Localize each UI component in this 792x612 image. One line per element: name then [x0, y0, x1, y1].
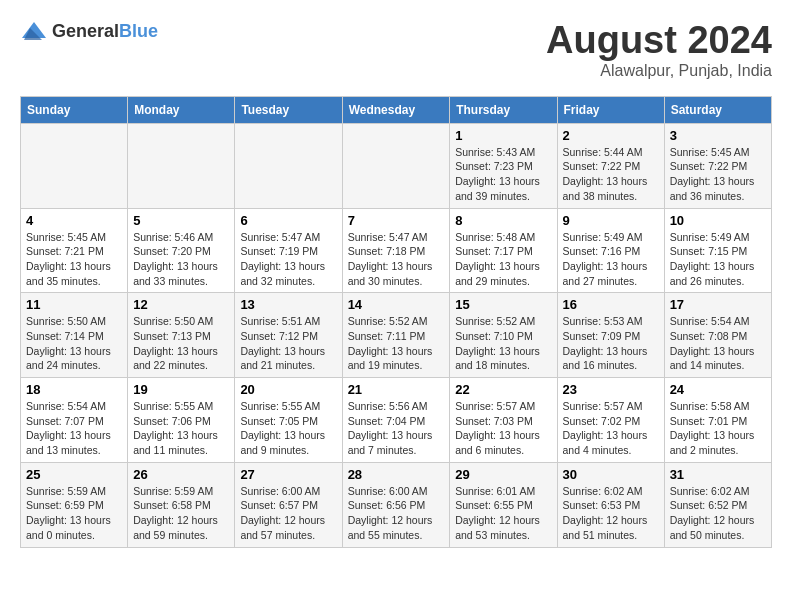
- day-number: 10: [670, 213, 766, 228]
- calendar-week-1: 1Sunrise: 5:43 AM Sunset: 7:23 PM Daylig…: [21, 123, 772, 208]
- day-info: Sunrise: 5:54 AM Sunset: 7:07 PM Dayligh…: [26, 399, 122, 458]
- day-number: 11: [26, 297, 122, 312]
- logo-icon: [20, 20, 48, 42]
- day-number: 6: [240, 213, 336, 228]
- weekday-header-friday: Friday: [557, 96, 664, 123]
- location-subtitle: Alawalpur, Punjab, India: [546, 62, 772, 80]
- day-number: 3: [670, 128, 766, 143]
- calendar-cell: [21, 123, 128, 208]
- day-info: Sunrise: 5:51 AM Sunset: 7:12 PM Dayligh…: [240, 314, 336, 373]
- weekday-header-wednesday: Wednesday: [342, 96, 450, 123]
- weekday-header-monday: Monday: [128, 96, 235, 123]
- day-info: Sunrise: 5:45 AM Sunset: 7:22 PM Dayligh…: [670, 145, 766, 204]
- day-number: 13: [240, 297, 336, 312]
- day-number: 28: [348, 467, 445, 482]
- day-info: Sunrise: 5:55 AM Sunset: 7:06 PM Dayligh…: [133, 399, 229, 458]
- day-number: 5: [133, 213, 229, 228]
- weekday-header-saturday: Saturday: [664, 96, 771, 123]
- logo-text-general: General: [52, 21, 119, 41]
- day-number: 25: [26, 467, 122, 482]
- day-info: Sunrise: 5:48 AM Sunset: 7:17 PM Dayligh…: [455, 230, 551, 289]
- calendar-cell: 12Sunrise: 5:50 AM Sunset: 7:13 PM Dayli…: [128, 293, 235, 378]
- calendar-cell: 16Sunrise: 5:53 AM Sunset: 7:09 PM Dayli…: [557, 293, 664, 378]
- day-number: 8: [455, 213, 551, 228]
- day-info: Sunrise: 6:00 AM Sunset: 6:57 PM Dayligh…: [240, 484, 336, 543]
- calendar-cell: 1Sunrise: 5:43 AM Sunset: 7:23 PM Daylig…: [450, 123, 557, 208]
- calendar-week-4: 18Sunrise: 5:54 AM Sunset: 7:07 PM Dayli…: [21, 378, 772, 463]
- day-number: 31: [670, 467, 766, 482]
- title-block: August 2024 Alawalpur, Punjab, India: [546, 20, 772, 80]
- day-info: Sunrise: 5:58 AM Sunset: 7:01 PM Dayligh…: [670, 399, 766, 458]
- logo: GeneralBlue: [20, 20, 158, 42]
- day-number: 29: [455, 467, 551, 482]
- weekday-header-tuesday: Tuesday: [235, 96, 342, 123]
- day-info: Sunrise: 6:02 AM Sunset: 6:52 PM Dayligh…: [670, 484, 766, 543]
- day-info: Sunrise: 5:59 AM Sunset: 6:58 PM Dayligh…: [133, 484, 229, 543]
- day-number: 17: [670, 297, 766, 312]
- day-number: 23: [563, 382, 659, 397]
- calendar-cell: 11Sunrise: 5:50 AM Sunset: 7:14 PM Dayli…: [21, 293, 128, 378]
- day-number: 1: [455, 128, 551, 143]
- day-number: 9: [563, 213, 659, 228]
- calendar-cell: 27Sunrise: 6:00 AM Sunset: 6:57 PM Dayli…: [235, 462, 342, 547]
- day-info: Sunrise: 5:57 AM Sunset: 7:02 PM Dayligh…: [563, 399, 659, 458]
- day-number: 30: [563, 467, 659, 482]
- day-info: Sunrise: 5:55 AM Sunset: 7:05 PM Dayligh…: [240, 399, 336, 458]
- day-number: 24: [670, 382, 766, 397]
- calendar-cell: 15Sunrise: 5:52 AM Sunset: 7:10 PM Dayli…: [450, 293, 557, 378]
- day-number: 22: [455, 382, 551, 397]
- day-info: Sunrise: 6:00 AM Sunset: 6:56 PM Dayligh…: [348, 484, 445, 543]
- calendar-cell: 2Sunrise: 5:44 AM Sunset: 7:22 PM Daylig…: [557, 123, 664, 208]
- day-info: Sunrise: 5:46 AM Sunset: 7:20 PM Dayligh…: [133, 230, 229, 289]
- day-info: Sunrise: 5:54 AM Sunset: 7:08 PM Dayligh…: [670, 314, 766, 373]
- calendar-cell: 17Sunrise: 5:54 AM Sunset: 7:08 PM Dayli…: [664, 293, 771, 378]
- calendar-cell: 22Sunrise: 5:57 AM Sunset: 7:03 PM Dayli…: [450, 378, 557, 463]
- weekday-header-row: SundayMondayTuesdayWednesdayThursdayFrid…: [21, 96, 772, 123]
- calendar-table: SundayMondayTuesdayWednesdayThursdayFrid…: [20, 96, 772, 548]
- day-number: 12: [133, 297, 229, 312]
- weekday-header-thursday: Thursday: [450, 96, 557, 123]
- calendar-cell: [235, 123, 342, 208]
- day-info: Sunrise: 6:02 AM Sunset: 6:53 PM Dayligh…: [563, 484, 659, 543]
- day-info: Sunrise: 5:53 AM Sunset: 7:09 PM Dayligh…: [563, 314, 659, 373]
- day-number: 15: [455, 297, 551, 312]
- calendar-cell: 24Sunrise: 5:58 AM Sunset: 7:01 PM Dayli…: [664, 378, 771, 463]
- weekday-header-sunday: Sunday: [21, 96, 128, 123]
- day-number: 26: [133, 467, 229, 482]
- day-number: 21: [348, 382, 445, 397]
- calendar-cell: 7Sunrise: 5:47 AM Sunset: 7:18 PM Daylig…: [342, 208, 450, 293]
- calendar-cell: 13Sunrise: 5:51 AM Sunset: 7:12 PM Dayli…: [235, 293, 342, 378]
- day-info: Sunrise: 5:49 AM Sunset: 7:16 PM Dayligh…: [563, 230, 659, 289]
- calendar-cell: [128, 123, 235, 208]
- calendar-cell: 10Sunrise: 5:49 AM Sunset: 7:15 PM Dayli…: [664, 208, 771, 293]
- day-info: Sunrise: 5:47 AM Sunset: 7:18 PM Dayligh…: [348, 230, 445, 289]
- day-info: Sunrise: 5:57 AM Sunset: 7:03 PM Dayligh…: [455, 399, 551, 458]
- calendar-cell: 21Sunrise: 5:56 AM Sunset: 7:04 PM Dayli…: [342, 378, 450, 463]
- day-info: Sunrise: 5:45 AM Sunset: 7:21 PM Dayligh…: [26, 230, 122, 289]
- day-info: Sunrise: 5:44 AM Sunset: 7:22 PM Dayligh…: [563, 145, 659, 204]
- day-number: 7: [348, 213, 445, 228]
- calendar-cell: 5Sunrise: 5:46 AM Sunset: 7:20 PM Daylig…: [128, 208, 235, 293]
- day-info: Sunrise: 5:52 AM Sunset: 7:10 PM Dayligh…: [455, 314, 551, 373]
- day-info: Sunrise: 5:50 AM Sunset: 7:13 PM Dayligh…: [133, 314, 229, 373]
- calendar-cell: 9Sunrise: 5:49 AM Sunset: 7:16 PM Daylig…: [557, 208, 664, 293]
- calendar-cell: 23Sunrise: 5:57 AM Sunset: 7:02 PM Dayli…: [557, 378, 664, 463]
- calendar-cell: 28Sunrise: 6:00 AM Sunset: 6:56 PM Dayli…: [342, 462, 450, 547]
- calendar-week-3: 11Sunrise: 5:50 AM Sunset: 7:14 PM Dayli…: [21, 293, 772, 378]
- day-number: 27: [240, 467, 336, 482]
- calendar-week-2: 4Sunrise: 5:45 AM Sunset: 7:21 PM Daylig…: [21, 208, 772, 293]
- month-year-title: August 2024: [546, 20, 772, 62]
- calendar-cell: 8Sunrise: 5:48 AM Sunset: 7:17 PM Daylig…: [450, 208, 557, 293]
- calendar-cell: 14Sunrise: 5:52 AM Sunset: 7:11 PM Dayli…: [342, 293, 450, 378]
- calendar-cell: 29Sunrise: 6:01 AM Sunset: 6:55 PM Dayli…: [450, 462, 557, 547]
- day-info: Sunrise: 5:50 AM Sunset: 7:14 PM Dayligh…: [26, 314, 122, 373]
- calendar-week-5: 25Sunrise: 5:59 AM Sunset: 6:59 PM Dayli…: [21, 462, 772, 547]
- calendar-cell: 25Sunrise: 5:59 AM Sunset: 6:59 PM Dayli…: [21, 462, 128, 547]
- calendar-cell: 18Sunrise: 5:54 AM Sunset: 7:07 PM Dayli…: [21, 378, 128, 463]
- calendar-cell: 30Sunrise: 6:02 AM Sunset: 6:53 PM Dayli…: [557, 462, 664, 547]
- day-info: Sunrise: 5:43 AM Sunset: 7:23 PM Dayligh…: [455, 145, 551, 204]
- day-info: Sunrise: 5:52 AM Sunset: 7:11 PM Dayligh…: [348, 314, 445, 373]
- logo-text-blue: Blue: [119, 21, 158, 41]
- calendar-cell: 31Sunrise: 6:02 AM Sunset: 6:52 PM Dayli…: [664, 462, 771, 547]
- day-info: Sunrise: 5:56 AM Sunset: 7:04 PM Dayligh…: [348, 399, 445, 458]
